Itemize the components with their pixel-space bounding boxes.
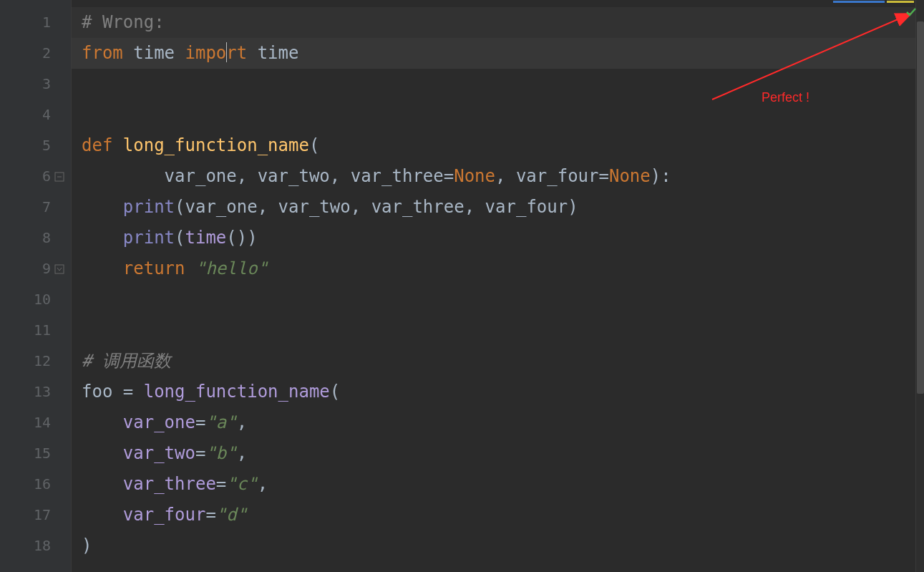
inspection-indicator-bar <box>833 0 914 4</box>
imported-name: time <box>258 43 299 63</box>
comment-text: 调用函数 <box>102 351 171 371</box>
keyword-from: from <box>82 43 123 63</box>
line-number: 16 <box>0 469 51 500</box>
keyword-return: return <box>123 258 185 278</box>
function-call: long_function_name <box>144 382 330 402</box>
kwarg-name: var_four <box>123 505 206 525</box>
code-line[interactable]: var_three="c", <box>72 469 924 500</box>
string-literal: "a" <box>205 412 236 432</box>
line-number: 6 <box>0 161 51 192</box>
line-number: 10 <box>0 284 51 315</box>
kwarg-name: var_two <box>123 443 195 463</box>
line-number: 7 <box>0 192 51 223</box>
module-name: time <box>133 43 175 63</box>
builtin-print: print <box>123 197 175 217</box>
indicator-segment <box>833 1 885 3</box>
line-number: 4 <box>0 100 51 130</box>
line-number: 13 <box>0 377 51 407</box>
string-literal: "d" <box>216 505 247 525</box>
function-call: time <box>185 228 227 248</box>
code-line[interactable]: # Wrong: <box>72 7 924 38</box>
none-literal: None <box>609 166 651 186</box>
code-line[interactable]: print(var_one, var_two, var_three, var_f… <box>72 192 924 223</box>
annotation-label: Perfect ! <box>762 90 809 105</box>
code-line[interactable]: var_one="a", <box>72 407 924 438</box>
param: var_three <box>351 166 444 186</box>
code-editor[interactable]: 1 2 3 4 5 6 7 8 9 10 11 12 13 14 15 16 1… <box>0 0 924 572</box>
line-number: 8 <box>0 223 51 253</box>
keyword-import: impo <box>185 43 227 63</box>
string-literal: "hello" <box>195 258 268 278</box>
code-line[interactable]: from time import time <box>72 38 924 69</box>
code-line[interactable]: var_two="b", <box>72 438 924 469</box>
code-line[interactable] <box>72 284 924 315</box>
code-line[interactable]: def long_function_name( <box>72 130 924 161</box>
kwarg-name: var_three <box>123 474 216 494</box>
keyword-def: def <box>82 135 112 155</box>
line-number: 18 <box>0 530 51 561</box>
code-area[interactable]: # Wrong: from time import time def long_… <box>72 0 924 572</box>
param: var_two <box>258 166 330 186</box>
variable: foo <box>82 382 123 402</box>
line-number: 12 <box>0 346 51 377</box>
line-number: 14 <box>0 407 51 438</box>
param: var_four <box>516 166 599 186</box>
builtin-print: print <box>123 228 175 248</box>
line-number: 17 <box>0 500 51 530</box>
line-number: 3 <box>0 69 51 100</box>
comment-hash: # <box>82 351 102 371</box>
scrollbar-thumb[interactable] <box>917 21 924 394</box>
line-number: 1 <box>0 7 51 38</box>
line-number: 15 <box>0 438 51 469</box>
code-line[interactable]: return "hello" <box>72 253 924 284</box>
string-literal: "c" <box>226 474 257 494</box>
param: var_one <box>165 166 237 186</box>
string-literal: "b" <box>205 443 236 463</box>
indicator-segment <box>887 1 914 3</box>
code-line[interactable]: var_one, var_two, var_three=None, var_fo… <box>72 161 924 192</box>
line-number: 5 <box>0 130 51 161</box>
check-icon[interactable] <box>905 6 917 21</box>
code-line[interactable]: ) <box>72 530 924 561</box>
comment-text: Wrong: <box>102 12 165 32</box>
code-line[interactable]: print(time()) <box>72 223 924 253</box>
line-number: 11 <box>0 315 51 346</box>
none-literal: None <box>454 166 495 186</box>
kwarg-name: var_one <box>123 412 195 432</box>
line-number: 2 <box>0 38 51 69</box>
code-line[interactable]: var_four="d" <box>72 500 924 530</box>
line-number-gutter: 1 2 3 4 5 6 7 8 9 10 11 12 13 14 15 16 1… <box>0 0 72 572</box>
code-line[interactable]: foo = long_function_name( <box>72 377 924 407</box>
vertical-scrollbar[interactable] <box>915 0 924 572</box>
code-line[interactable]: # 调用函数 <box>72 346 924 377</box>
comment-hash: # <box>82 12 102 32</box>
function-name: long_function_name <box>123 135 309 155</box>
line-number: 9 <box>0 253 51 284</box>
code-line[interactable] <box>72 315 924 346</box>
